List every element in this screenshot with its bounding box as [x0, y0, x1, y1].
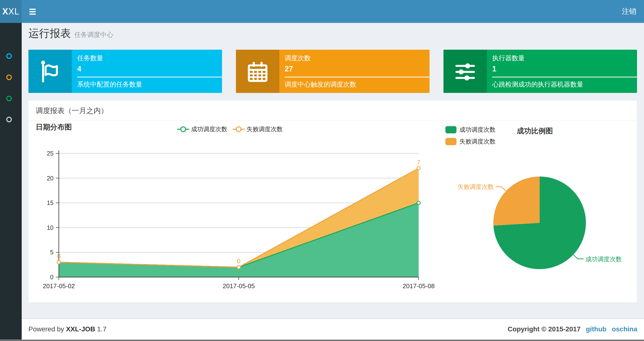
top-navbar: XXL 注销 [0, 0, 644, 23]
panel-title: 调度报表（一月之内） [28, 101, 637, 121]
stat-title: 任务数量 [77, 54, 222, 63]
xxl-job-dashboard: XXL 注销 运行报表 任务调度中心 [0, 0, 644, 341]
svg-text:0: 0 [50, 274, 54, 280]
sidebar-item-1 circle-outline-icon[interactable] [6, 53, 12, 59]
stat-title: 执行器数量 [492, 54, 637, 63]
powered-by: Powered by XXL-JOB 1.7 [28, 325, 106, 333]
hamburger-icon [30, 11, 36, 12]
content-area: 运行报表 任务调度中心 任务数量 4 系统中配置的任务数量 [22, 23, 644, 318]
svg-text:成功调度次数: 成功调度次数 [586, 256, 622, 262]
stat-divider [77, 77, 222, 77]
stat-description: 心跳检测成功的执行器机器数量 [492, 80, 637, 89]
svg-text:失败调度次数: 失败调度次数 [458, 183, 494, 190]
copyright-text: Copyright © 2015-2017 [508, 325, 580, 333]
stat-box-triggers: 调度次数 27 调度中心触发的调度次数 [236, 50, 430, 93]
stat-box-jobs: 任务数量 4 系统中配置的任务数量 [28, 50, 222, 93]
sidebar-item-4 circle-outline-icon[interactable] [6, 117, 12, 122]
svg-text:20: 20 [47, 175, 54, 182]
footer-right: Copyright © 2015-2017 github oschina [508, 325, 637, 333]
logout-link[interactable]: 注销 [620, 0, 638, 23]
page-header: 运行报表 任务调度中心 [28, 26, 113, 41]
github-link[interactable]: github [586, 325, 607, 333]
success-ratio-pie-chart: 失败调度次数成功调度次数 [444, 121, 636, 280]
stat-box-body: 任务数量 4 系统中配置的任务数量 [72, 50, 222, 93]
stat-title: 调度次数 [285, 54, 430, 63]
window-bottom-edge [0, 339, 644, 341]
app-name: XXL-JOB [66, 325, 95, 333]
stat-description: 系统中配置的任务数量 [77, 80, 222, 89]
svg-text:0: 0 [57, 252, 60, 260]
powered-prefix: Powered by [28, 325, 64, 333]
svg-text:25: 25 [47, 150, 54, 157]
svg-text:7: 7 [417, 159, 420, 166]
svg-text:10: 10 [47, 224, 54, 231]
hamburger-icon [30, 9, 36, 10]
svg-text:15: 15 [47, 199, 54, 206]
report-panel: 调度报表（一月之内） 日期分布图 成功调度次数 [28, 101, 637, 303]
hamburger-icon [30, 14, 36, 15]
sidebar-item-3 circle-outline-icon[interactable] [6, 96, 12, 101]
page-subtitle: 任务调度中心 [74, 30, 113, 39]
sidebar-toggle-button[interactable] [26, 5, 40, 18]
stat-description: 调度中心触发的调度次数 [285, 80, 430, 89]
stat-box-body: 执行器数量 1 心跳检测成功的执行器机器数量 [487, 50, 637, 93]
calendar-icon [236, 50, 279, 93]
svg-text:0: 0 [237, 257, 240, 265]
sliders-icon [444, 50, 487, 93]
flag-icon [28, 50, 72, 93]
svg-text:5: 5 [50, 249, 54, 256]
stat-value: 1 [492, 65, 637, 73]
stat-box-executors: 执行器数量 1 心跳检测成功的执行器机器数量 [444, 50, 637, 93]
stat-box-body: 调度次数 27 调度中心触发的调度次数 [279, 50, 430, 93]
date-distribution-chart: 05101520252017-05-022017-05-052017-05-08… [28, 121, 448, 300]
sidebar-item-2 circle-outline-icon[interactable] [6, 75, 12, 80]
svg-text:2017-05-05: 2017-05-05 [223, 282, 255, 290]
svg-text:2017-05-02: 2017-05-02 [43, 282, 75, 290]
stat-divider [492, 77, 637, 77]
stat-boxes: 任务数量 4 系统中配置的任务数量 [28, 50, 637, 93]
page-footer: Powered by XXL-JOB 1.7 Copyright © 2015-… [22, 318, 644, 339]
page-title: 运行报表 [28, 26, 71, 41]
stat-value: 27 [285, 65, 430, 73]
app-logo[interactable]: XXL [0, 0, 22, 23]
stat-divider [285, 77, 430, 77]
oschina-link[interactable]: oschina [612, 325, 637, 333]
stat-value: 4 [77, 65, 222, 73]
svg-text:2017-05-08: 2017-05-08 [403, 282, 435, 290]
collapsed-sidebar [0, 23, 22, 341]
app-logo-rest: XL [8, 7, 19, 17]
charts-region: 日期分布图 成功调度次数 失败调度次数 [28, 121, 637, 303]
app-version: 1.7 [97, 325, 106, 333]
app-logo-bold: X [2, 7, 8, 17]
